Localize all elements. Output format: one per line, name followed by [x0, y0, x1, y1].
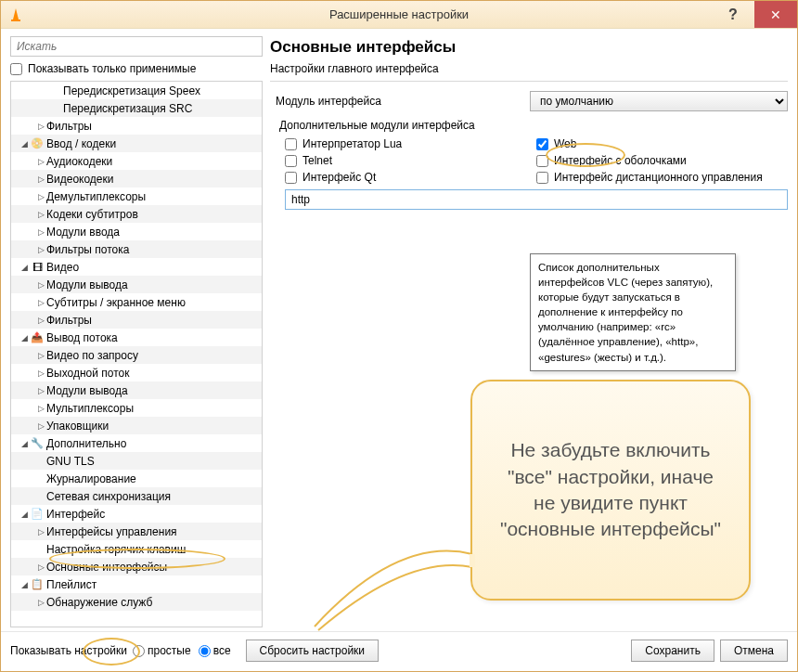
tree-item-label: Дополнительно [46, 437, 126, 450]
tree-item[interactable]: ▷Видео по запросу [11, 346, 262, 364]
collapse-icon[interactable]: ◢ [19, 263, 30, 272]
tree-item[interactable]: Сетевая синхронизация [11, 487, 262, 505]
page-subtitle: Настройки главного интерфейса [270, 62, 788, 75]
expand-icon[interactable]: ▷ [35, 421, 46, 431]
tree-item[interactable]: Передискретизация SRC [11, 99, 262, 117]
check-skins[interactable]: Интерфейс с оболочками [536, 154, 788, 167]
tree-item[interactable]: Настройка горячих клавиш [11, 540, 262, 558]
expand-icon[interactable]: ▷ [35, 245, 46, 254]
check-qt[interactable]: Интерфейс Qt [285, 171, 536, 184]
expand-icon[interactable]: ▷ [35, 192, 46, 201]
tree-item-label: Субтитры / экранное меню [46, 296, 186, 309]
tree-item[interactable]: ▷Модули вывода [11, 381, 262, 399]
annotation-callout: Не забудьте включить "все" настройки, ин… [470, 380, 751, 601]
expand-icon[interactable]: ▷ [35, 316, 46, 325]
collapse-icon[interactable]: ◢ [19, 580, 30, 589]
check-web[interactable]: Web [536, 137, 788, 150]
tree-item[interactable]: ▷Фильтры [11, 311, 262, 329]
interface-module-label: Модуль интерфейса [270, 95, 530, 108]
tree-item-label: GNU TLS [46, 455, 95, 468]
collapse-icon[interactable]: ◢ [19, 510, 30, 519]
expand-icon[interactable]: ▷ [35, 174, 46, 184]
tree-item-label: Передискретизация Speex [63, 84, 200, 97]
tree-item[interactable]: ◢📄Интерфейс [11, 505, 262, 523]
check-remote[interactable]: Интерфейс дистанционного управления [536, 171, 788, 184]
tree-item[interactable]: ▷Основные интерфейсы [11, 558, 262, 575]
reset-button[interactable]: Сбросить настройки [246, 640, 379, 662]
tree-item-label: Модули вывода [46, 384, 128, 397]
tree-item[interactable]: ▷Видеокодеки [11, 170, 262, 187]
tree-item[interactable]: ▷Обнаружение служб [11, 593, 262, 611]
advanced-prefs-window: Расширенные настройки ? ✕ Показывать тол… [0, 0, 798, 672]
radio-all[interactable]: все [199, 644, 231, 657]
tree-item-label: Видеокодеки [46, 173, 113, 186]
expand-icon[interactable]: ▷ [35, 157, 46, 166]
tree-item[interactable]: ◢🔧Дополнительно [11, 434, 262, 452]
collapse-icon[interactable]: ◢ [19, 439, 30, 448]
tree-item[interactable]: ▷Фильтры потока [11, 240, 262, 258]
tree-item[interactable]: ◢📤Вывод потока [11, 329, 262, 346]
expand-icon[interactable]: ▷ [35, 122, 46, 131]
expand-icon[interactable]: ▷ [35, 562, 46, 572]
expand-icon[interactable]: ▷ [35, 351, 46, 360]
tree-item[interactable]: ◢🎞Видео [11, 258, 262, 276]
tree-item-label: Обнаружение служб [46, 596, 152, 609]
tree-item[interactable]: ▷Упаковщики [11, 417, 262, 434]
tree-item[interactable]: ▷Мультиплексоры [11, 399, 262, 417]
tree-item[interactable]: ▷Субтитры / экранное меню [11, 293, 262, 311]
collapse-icon[interactable]: ◢ [19, 333, 30, 342]
cancel-button[interactable]: Отмена [720, 640, 788, 662]
tree-item-label: Журналирование [46, 472, 136, 485]
titlebar: Расширенные настройки ? ✕ [1, 1, 797, 29]
tree-item-label: Сетевая синхронизация [46, 490, 171, 503]
tree-item[interactable]: GNU TLS [11, 452, 262, 470]
tree-item[interactable]: ▷Кодеки субтитров [11, 205, 262, 223]
expand-icon[interactable]: ▷ [35, 386, 46, 395]
tree-item[interactable]: ▷Фильтры [11, 117, 262, 135]
tree-item[interactable]: ▷Выходной поток [11, 364, 262, 381]
help-button[interactable]: ? [712, 1, 754, 28]
search-input[interactable] [10, 36, 263, 57]
tree-item-label: Интерфейс [46, 508, 105, 521]
check-lua[interactable]: Интерпретатор Lua [285, 137, 536, 150]
expand-icon[interactable]: ▷ [35, 598, 46, 607]
tree-item-label: Интерфейсы управления [46, 525, 177, 538]
tree-item[interactable]: Журналирование [11, 470, 262, 487]
tree-item[interactable]: Передискретизация Speex [11, 82, 262, 99]
tree-item[interactable]: ▷Модули вывода [11, 276, 262, 293]
right-panel: Основные интерфейсы Настройки главного и… [270, 36, 788, 627]
show-only-applicable[interactable]: Показывать только применимые [10, 57, 263, 81]
close-button[interactable]: ✕ [754, 1, 797, 28]
extra-interfaces-input[interactable] [285, 189, 788, 210]
tree-item[interactable]: ▷Аудиокодеки [11, 152, 262, 170]
only-applicable-checkbox[interactable] [10, 63, 22, 75]
show-settings-label: Показывать настройки [10, 644, 127, 657]
tree-item-label: Плейлист [46, 578, 97, 591]
tree-item-label: Видео [46, 261, 79, 274]
collapse-icon[interactable]: ◢ [19, 139, 30, 149]
tree-item[interactable]: ◢📋Плейлист [11, 575, 262, 593]
tree-item[interactable]: ▷Демультиплексоры [11, 187, 262, 205]
expand-icon[interactable]: ▷ [35, 298, 46, 307]
category-tree[interactable]: Передискретизация SpeexПередискретизация… [10, 81, 263, 627]
stream-icon: 📤 [30, 331, 45, 344]
tree-item-label: Фильтры потока [46, 243, 129, 256]
tree-item[interactable]: ▷Модули ввода [11, 223, 262, 240]
radio-simple[interactable]: простые [133, 644, 191, 657]
expand-icon[interactable]: ▷ [35, 210, 46, 219]
interface-module-select[interactable]: по умолчанию [530, 91, 788, 111]
tree-item-label: Вывод потока [46, 331, 118, 344]
expand-icon[interactable]: ▷ [35, 280, 46, 290]
tree-item[interactable]: ◢📀Ввод / кодеки [11, 135, 262, 152]
expand-icon[interactable]: ▷ [35, 227, 46, 237]
tree-item-label: Видео по запросу [46, 349, 138, 362]
tree-item-label: Ввод / кодеки [46, 137, 116, 150]
expand-icon[interactable]: ▷ [35, 368, 46, 378]
expand-icon[interactable]: ▷ [35, 404, 46, 413]
save-button[interactable]: Сохранить [631, 640, 714, 662]
divider [270, 81, 788, 82]
tree-item-label: Демультиплексоры [46, 190, 146, 203]
check-telnet[interactable]: Telnet [285, 154, 536, 167]
expand-icon[interactable]: ▷ [35, 527, 46, 536]
tree-item[interactable]: ▷Интерфейсы управления [11, 523, 262, 540]
